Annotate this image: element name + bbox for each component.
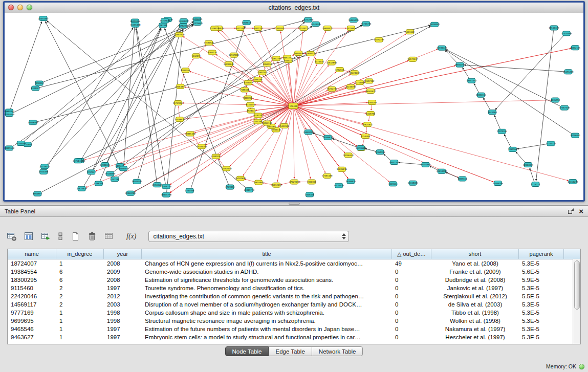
table-cell[interactable]: de Silva et al. (2003) bbox=[431, 300, 519, 309]
table-cell[interactable]: 9115460 bbox=[8, 284, 56, 292]
delete-button[interactable] bbox=[85, 230, 99, 243]
table-row[interactable]: 1938455462009Genome-wide association stu… bbox=[8, 268, 580, 276]
graph-node[interactable]: 21671067 bbox=[38, 16, 49, 21]
graph-node[interactable]: 21757670 bbox=[160, 18, 170, 23]
graph-node[interactable]: 3369344 bbox=[388, 182, 398, 186]
table-cell[interactable]: 5.3E-5 bbox=[519, 309, 564, 317]
graph-node[interactable]: 13951993 bbox=[375, 150, 385, 155]
graph-node[interactable]: 8064807 bbox=[33, 191, 42, 196]
table-cell[interactable]: Tourette syndrome. Phenomenology and cla… bbox=[142, 284, 392, 292]
graph-node[interactable]: 15065913 bbox=[349, 18, 359, 23]
graph-node[interactable]: 22069781 bbox=[125, 191, 136, 195]
graph-node[interactable]: 4866100 bbox=[253, 77, 263, 82]
graph-hub-node[interactable]: 172401 bbox=[289, 103, 298, 109]
graph-node[interactable]: 7283301 bbox=[158, 23, 167, 28]
table-cell[interactable]: Embryonic stem cells: a model to study s… bbox=[142, 333, 392, 341]
table-cell[interactable]: 1997 bbox=[104, 284, 142, 292]
graph-node[interactable]: 6266726 bbox=[208, 50, 217, 55]
graph-node[interactable]: 7797927 bbox=[86, 170, 96, 174]
graph-node[interactable]: 14842768 bbox=[271, 56, 282, 61]
graph-node[interactable]: 18106344 bbox=[343, 153, 354, 158]
graph-node[interactable]: 1232870 bbox=[191, 54, 201, 58]
table-row[interactable]: 911546021997Tourette syndrome. Phenomeno… bbox=[8, 284, 580, 292]
table-cell[interactable]: 2012 bbox=[104, 292, 142, 300]
table-cell[interactable]: 9463627 bbox=[8, 333, 56, 341]
table-cell[interactable]: 5.3E-5 bbox=[519, 300, 564, 309]
minimize-button[interactable] bbox=[17, 5, 23, 10]
table-cell[interactable]: 1997 bbox=[104, 333, 142, 341]
graph-node[interactable]: 5505147 bbox=[284, 58, 293, 63]
graph-node[interactable]: 14249745 bbox=[311, 22, 321, 27]
graph-node[interactable]: 5059618 bbox=[242, 20, 251, 25]
table-cell[interactable]: Investigating the contribution of common… bbox=[142, 292, 392, 300]
graph-node[interactable]: 4469780 bbox=[366, 111, 375, 116]
table-cell[interactable]: 5.5E-5 bbox=[519, 292, 564, 300]
graph-node[interactable]: 2769894 bbox=[226, 185, 235, 189]
table-cell[interactable]: 1 bbox=[56, 309, 104, 317]
graph-node[interactable]: 23751438 bbox=[73, 159, 83, 163]
table-cell[interactable]: 0 bbox=[392, 317, 431, 325]
graph-node[interactable]: 18551453 bbox=[466, 78, 477, 83]
graph-node[interactable]: 11083162 bbox=[476, 93, 487, 97]
table-cell[interactable]: 0 bbox=[392, 276, 431, 284]
table-row[interactable]: 1872400712008Changes of HCN gene express… bbox=[8, 259, 580, 268]
table-cell[interactable]: Estimation of significance thresholds fo… bbox=[142, 276, 392, 284]
table-cell[interactable]: Estimation of the future numbers of pati… bbox=[142, 325, 392, 333]
table-cell[interactable]: 0 bbox=[392, 300, 431, 309]
table-cell[interactable]: 6 bbox=[56, 276, 104, 284]
graph-node[interactable]: 25187658 bbox=[235, 176, 246, 181]
graph-node[interactable]: 18335798 bbox=[161, 192, 172, 197]
graph-node[interactable]: 6635958 bbox=[551, 98, 560, 102]
graph-node[interactable]: 4116214 bbox=[531, 182, 540, 187]
table-cell[interactable]: 0 bbox=[392, 292, 431, 300]
graph-node[interactable]: 23009795 bbox=[303, 130, 314, 135]
table-cell[interactable]: 2009 bbox=[104, 268, 142, 276]
graph-node[interactable]: 16232749 bbox=[326, 86, 337, 91]
graph-node[interactable]: 25391209 bbox=[563, 70, 574, 74]
column-header-4[interactable]: △ out_de… bbox=[392, 249, 431, 259]
table-cell[interactable]: 1 bbox=[56, 317, 104, 325]
network-window-titlebar[interactable]: citations_edges.txt bbox=[5, 3, 583, 13]
graph-node[interactable]: 19037375 bbox=[389, 160, 400, 165]
graph-node[interactable]: 13390901 bbox=[429, 22, 440, 27]
table-panel-header[interactable]: Table Panel × bbox=[0, 206, 588, 217]
table-selector-dropdown[interactable]: citations_edges.txt bbox=[148, 231, 349, 242]
close-panel-icon[interactable]: × bbox=[579, 208, 583, 214]
graph-node[interactable]: 15391309 bbox=[356, 146, 366, 150]
graph-node[interactable]: 24584922 bbox=[204, 40, 214, 45]
table-cell[interactable]: Stergiakouli et al. (2012) bbox=[431, 292, 519, 300]
graph-node[interactable]: 19138099 bbox=[105, 171, 116, 176]
float-window-icon[interactable] bbox=[568, 208, 574, 214]
table-cell[interactable]: Yano et al. (2008) bbox=[431, 259, 519, 268]
table-cell[interactable]: 9699695 bbox=[8, 317, 56, 325]
graph-node[interactable]: 13042145 bbox=[570, 46, 581, 50]
graph-node[interactable]: 25068463 bbox=[28, 120, 38, 125]
graph-node[interactable]: 5373538 bbox=[315, 59, 324, 64]
table-cell[interactable]: Changes of HCN gene expression and I(f) … bbox=[142, 259, 392, 268]
graph-node[interactable]: 4476603 bbox=[346, 26, 356, 31]
function-builder-button[interactable]: f(x) bbox=[126, 232, 136, 240]
graph-node[interactable]: 8809595 bbox=[181, 68, 190, 73]
zoom-button[interactable] bbox=[27, 5, 32, 10]
graph-node[interactable]: 7490952 bbox=[35, 81, 44, 85]
graph-node[interactable]: 23825871 bbox=[362, 122, 373, 127]
graph-node[interactable]: 22907626 bbox=[174, 32, 185, 37]
graph-node[interactable]: 14364279 bbox=[568, 179, 578, 184]
table-cell[interactable]: 1 bbox=[56, 333, 104, 341]
new-document-button[interactable] bbox=[69, 230, 82, 243]
table-cell[interactable]: 2008 bbox=[104, 276, 142, 284]
graph-node[interactable]: 8087734 bbox=[458, 177, 467, 181]
graph-node[interactable]: 11749853 bbox=[173, 101, 184, 105]
graph-node[interactable]: 13901837 bbox=[211, 154, 222, 159]
graph-node[interactable]: 5759388 bbox=[361, 134, 370, 139]
graph-node[interactable]: 5261466 bbox=[185, 188, 194, 193]
graph-node[interactable]: 24148432 bbox=[39, 164, 50, 169]
network-svg[interactable]: 1724012542269014036131126558151483314074… bbox=[5, 13, 583, 200]
table-cell[interactable]: 2 bbox=[56, 300, 104, 309]
scrollbar-thumb[interactable] bbox=[574, 260, 580, 310]
table-cell[interactable]: 0 bbox=[392, 268, 431, 276]
tab-node-table[interactable]: Node Table bbox=[225, 346, 269, 356]
table-cell[interactable]: 18724007 bbox=[8, 259, 56, 268]
graph-node[interactable]: 5361368 bbox=[405, 30, 415, 34]
table-cell[interactable]: 1998 bbox=[104, 317, 142, 325]
